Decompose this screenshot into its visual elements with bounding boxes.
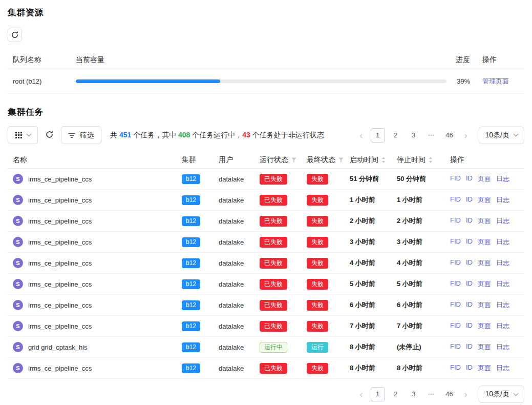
tasks-section-title: 集群任务 — [8, 106, 524, 118]
action-link-fid[interactable]: FID — [450, 237, 461, 247]
action-link-页面[interactable]: 页面 — [478, 237, 491, 247]
run-status-badge: 已失败 — [260, 363, 287, 374]
capacity-progress-bar — [76, 79, 446, 83]
column-settings-button[interactable] — [8, 126, 38, 144]
action-link-日志[interactable]: 日志 — [496, 321, 509, 331]
action-link-日志[interactable]: 日志 — [496, 363, 509, 373]
col-header-actions: 操作 — [450, 155, 464, 165]
page-ellipsis[interactable]: ••• — [424, 387, 439, 401]
action-link-日志[interactable]: 日志 — [496, 174, 509, 184]
row-actions: FIDID页面日志 — [444, 279, 524, 289]
action-link-日志[interactable]: 日志 — [496, 195, 509, 205]
prev-page-button[interactable]: ‹ — [356, 390, 367, 399]
page: 集群资源 队列名称 当前容量 进度 操作 root (b12) — [0, 0, 532, 405]
page-button-3[interactable]: 3 — [407, 128, 421, 143]
task-user: datalake — [219, 364, 260, 372]
stop-time: 6 小时前 — [397, 300, 444, 310]
next-page-button[interactable]: › — [460, 131, 472, 140]
action-link-fid[interactable]: FID — [450, 174, 461, 184]
row-actions: FIDID页面日志 — [444, 195, 524, 205]
action-link-页面[interactable]: 页面 — [478, 300, 491, 310]
action-link-id[interactable]: ID — [466, 258, 473, 268]
funnel-filter-icon[interactable] — [291, 157, 297, 163]
action-link-页面[interactable]: 页面 — [478, 195, 491, 205]
action-link-页面[interactable]: 页面 — [478, 174, 491, 184]
page-button-2[interactable]: 2 — [389, 128, 403, 143]
action-link-日志[interactable]: 日志 — [496, 237, 509, 247]
action-link-日志[interactable]: 日志 — [496, 258, 509, 268]
running-task-count: 408 — [178, 131, 190, 139]
action-link-日志[interactable]: 日志 — [496, 300, 509, 310]
action-link-日志[interactable]: 日志 — [496, 279, 509, 289]
action-link-id[interactable]: ID — [466, 216, 473, 226]
summary-text: 个任务处于非运行状态 — [250, 131, 324, 139]
action-link-fid[interactable]: FID — [450, 321, 461, 331]
action-link-页面[interactable]: 页面 — [478, 342, 491, 352]
action-link-id[interactable]: ID — [466, 321, 473, 331]
page-button-1[interactable]: 1 — [371, 387, 385, 401]
prev-page-button[interactable]: ‹ — [356, 131, 367, 140]
tasks-toolbar: 筛选 共 451 个任务，其中 408 个任务运行中，43 个任务处于非运行状态… — [8, 126, 524, 144]
action-link-id[interactable]: ID — [466, 342, 473, 352]
action-link-页面[interactable]: 页面 — [478, 321, 491, 331]
manage-page-link[interactable]: 管理页面 — [482, 77, 509, 85]
filter-button[interactable]: 筛选 — [61, 126, 101, 144]
spark-task-avatar: S — [13, 195, 23, 205]
page-button-2[interactable]: 2 — [389, 387, 403, 401]
cluster-badge: b12 — [182, 237, 200, 247]
tasks-refresh-button[interactable] — [44, 130, 55, 140]
start-time: 7 小时前 — [350, 321, 397, 331]
action-link-fid[interactable]: FID — [450, 195, 461, 205]
run-status-badge: 已失败 — [260, 258, 287, 269]
cluster-badge: b12 — [182, 342, 200, 352]
action-link-页面[interactable]: 页面 — [478, 258, 491, 268]
col-header-cluster: 集群 — [182, 155, 196, 165]
action-link-id[interactable]: ID — [466, 195, 473, 205]
action-link-日志[interactable]: 日志 — [496, 216, 509, 226]
action-link-页面[interactable]: 页面 — [478, 216, 491, 226]
col-header-current-capacity: 当前容量 — [76, 55, 446, 65]
col-header-stop-time: 停止时间 — [397, 155, 425, 165]
tasks-table-header: 名称 集群 用户 运行状态 最终状态 启动时间 停止时间 操作 — [8, 151, 524, 169]
action-link-fid[interactable]: FID — [450, 258, 461, 268]
action-link-id[interactable]: ID — [466, 363, 473, 373]
action-link-页面[interactable]: 页面 — [478, 363, 491, 373]
page-size-select[interactable]: 10条/页 — [479, 127, 524, 144]
final-status-badge: 失败 — [307, 363, 328, 374]
nonrunning-task-count: 43 — [242, 131, 250, 139]
action-link-fid[interactable]: FID — [450, 216, 461, 226]
sort-icon[interactable] — [428, 156, 433, 164]
page-button-46[interactable]: 46 — [442, 128, 457, 143]
page-button-3[interactable]: 3 — [407, 387, 421, 401]
task-name: irms_ce_pipeline_ccs — [28, 196, 92, 204]
action-link-fid[interactable]: FID — [450, 342, 461, 352]
page-size-select[interactable]: 10条/页 — [479, 386, 524, 403]
table-row: S irms_ce_pipeline_ccs b12 datalake 已失败 … — [8, 169, 524, 190]
page-ellipsis[interactable]: ••• — [424, 128, 439, 143]
stop-time: 1 小时前 — [397, 195, 444, 205]
cluster-badge: b12 — [182, 216, 200, 226]
spark-task-avatar: S — [13, 258, 23, 268]
funnel-filter-icon[interactable] — [338, 157, 344, 163]
spark-task-avatar: S — [13, 174, 23, 184]
sort-icon[interactable] — [381, 156, 386, 164]
spark-task-avatar: S — [13, 279, 23, 289]
bottom-pagination-bar: ‹123•••46› 10条/页 — [8, 386, 524, 403]
spark-task-avatar: S — [13, 342, 23, 352]
next-page-button[interactable]: › — [460, 390, 472, 399]
action-link-id[interactable]: ID — [466, 300, 473, 310]
start-time: 8 小时前 — [350, 342, 397, 352]
page-button-1[interactable]: 1 — [371, 128, 385, 143]
page-button-46[interactable]: 46 — [442, 387, 457, 401]
action-link-id[interactable]: ID — [466, 279, 473, 289]
action-link-页面[interactable]: 页面 — [478, 279, 491, 289]
action-link-fid[interactable]: FID — [450, 363, 461, 373]
action-link-fid[interactable]: FID — [450, 279, 461, 289]
resources-refresh-button[interactable] — [8, 28, 22, 42]
action-link-id[interactable]: ID — [466, 174, 473, 184]
action-link-id[interactable]: ID — [466, 237, 473, 247]
action-link-fid[interactable]: FID — [450, 300, 461, 310]
cluster-badge: b12 — [182, 279, 200, 289]
action-link-日志[interactable]: 日志 — [496, 342, 509, 352]
stop-time: 7 小时前 — [397, 321, 444, 331]
